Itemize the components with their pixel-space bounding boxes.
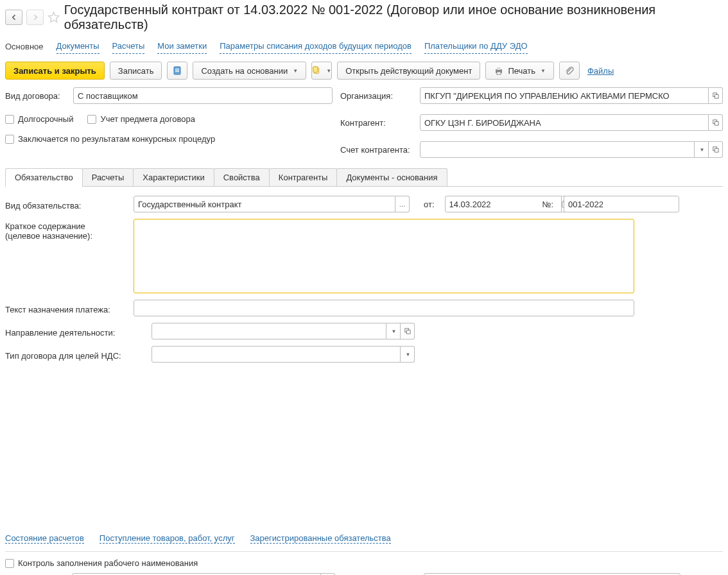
svg-rect-1 xyxy=(175,69,179,69)
chevron-down-icon: ▼ xyxy=(392,329,397,334)
chevron-down-icon: ▼ xyxy=(293,68,298,74)
direction-input[interactable] xyxy=(152,323,386,339)
contract-type-label: Вид договора: xyxy=(5,91,69,101)
direction-open-button[interactable] xyxy=(401,323,415,339)
summary-label-1: Краткое содержание xyxy=(5,221,127,231)
direction-dropdown-button[interactable]: ▼ xyxy=(386,323,401,339)
counter-open-button[interactable] xyxy=(709,114,723,131)
counter-label: Контрагент: xyxy=(340,118,416,128)
svg-rect-2 xyxy=(175,70,179,71)
num-label: №: xyxy=(542,200,554,209)
print-button[interactable]: Печать ▼ xyxy=(485,62,554,80)
open-current-doc-button[interactable]: Открыть действующий документ xyxy=(337,62,480,80)
link-goods-receipt[interactable]: Поступление товаров, работ, услуг xyxy=(100,533,235,544)
chevron-down-icon: ▼ xyxy=(326,68,331,74)
svg-rect-8 xyxy=(497,72,501,74)
chevron-down-icon: ▼ xyxy=(700,147,705,153)
open-icon xyxy=(404,328,411,334)
subject-checkbox[interactable] xyxy=(87,115,96,124)
open-icon xyxy=(713,119,719,126)
longterm-label[interactable]: Долгосрочный xyxy=(18,114,73,124)
svg-rect-3 xyxy=(175,71,179,72)
open-icon xyxy=(713,146,719,153)
open-icon xyxy=(713,92,719,99)
tab-obligation[interactable]: Обязательство xyxy=(5,168,83,187)
account-input[interactable] xyxy=(420,141,695,158)
print-label: Печать xyxy=(508,66,535,76)
chevron-down-icon: ▼ xyxy=(541,68,546,74)
save-button[interactable]: Записать xyxy=(110,62,162,80)
org-input[interactable] xyxy=(420,87,709,104)
account-label: Счет контрагента: xyxy=(340,145,416,155)
org-label: Организация: xyxy=(340,91,416,101)
paperclip-icon xyxy=(564,65,575,76)
arrow-left-icon xyxy=(10,13,18,21)
tab-counterparties[interactable]: Контрагенты xyxy=(269,168,338,186)
page-title: Государственный контракт от 14.03.2022 №… xyxy=(64,3,723,32)
account-open-button[interactable] xyxy=(709,141,723,158)
attach-button[interactable]: ▼ xyxy=(311,62,332,80)
tender-checkbox[interactable] xyxy=(5,135,14,144)
payment-label: Текст назначения платежа: xyxy=(5,302,127,314)
vat-label: Тип договора для целей НДС: xyxy=(5,348,145,361)
obl-type-input[interactable] xyxy=(134,196,395,212)
doc-copy-icon xyxy=(312,65,321,76)
create-based-label: Создать на основании xyxy=(201,66,288,76)
svg-rect-5 xyxy=(313,67,318,73)
summary-label-2: (целевое назначение): xyxy=(5,231,127,241)
arrow-right-icon xyxy=(31,13,39,21)
svg-rect-7 xyxy=(497,67,501,70)
control-checkbox[interactable] xyxy=(5,559,14,568)
link-calc-state[interactable]: Состояние расчетов xyxy=(5,533,84,544)
attachment-button[interactable] xyxy=(559,62,580,80)
counter-input[interactable] xyxy=(420,114,709,131)
nav-params[interactable]: Параметры списания доходов будущих перио… xyxy=(220,39,412,54)
vat-input[interactable] xyxy=(152,346,401,363)
tab-basis-docs[interactable]: Документы - основания xyxy=(336,168,447,186)
create-based-on-button[interactable]: Создать на основании ▼ xyxy=(193,62,306,80)
nav-calculations[interactable]: Расчеты xyxy=(112,39,145,54)
link-registered-obl[interactable]: Зарегистрированные обязательства xyxy=(250,533,391,544)
favorite-star-icon[interactable] xyxy=(48,11,60,24)
report-button[interactable] xyxy=(167,62,187,80)
printer-icon xyxy=(494,65,504,76)
direction-label: Направление деятельности: xyxy=(5,325,145,338)
back-button[interactable] xyxy=(5,10,22,25)
contract-type-input[interactable] xyxy=(73,87,333,104)
from-label: от: xyxy=(424,200,435,209)
tab-chars[interactable]: Характеристики xyxy=(133,168,214,186)
forward-button[interactable] xyxy=(26,10,44,25)
nav-documents[interactable]: Документы xyxy=(56,39,100,54)
chevron-down-icon: ▼ xyxy=(406,352,411,357)
document-icon xyxy=(172,65,182,76)
summary-textarea[interactable] xyxy=(134,219,634,293)
subject-label[interactable]: Учет предмета договора xyxy=(100,114,195,124)
nav-main[interactable]: Основное xyxy=(5,39,44,54)
files-link[interactable]: Файлы xyxy=(587,66,614,76)
payment-input[interactable] xyxy=(134,300,634,316)
vat-dropdown-button[interactable]: ▼ xyxy=(401,346,415,363)
control-label[interactable]: Контроль заполнения рабочего наименовани… xyxy=(18,558,198,568)
nav-payers[interactable]: Плательщики по ДДУ ЭДО xyxy=(424,39,528,54)
obl-type-label: Вид обязательства: xyxy=(5,198,127,210)
nav-notes[interactable]: Мои заметки xyxy=(157,39,207,54)
save-and-close-button[interactable]: Записать и закрыть xyxy=(5,62,105,80)
longterm-checkbox[interactable] xyxy=(5,115,14,124)
account-dropdown-button[interactable]: ▼ xyxy=(695,141,709,158)
tab-props[interactable]: Свойства xyxy=(214,168,270,186)
num-input[interactable] xyxy=(564,196,679,212)
tab-calc[interactable]: Расчеты xyxy=(82,168,134,186)
org-open-button[interactable] xyxy=(709,87,723,104)
obl-type-more-button[interactable]: … xyxy=(395,196,410,212)
tender-label[interactable]: Заключается по результатам конкурсных пр… xyxy=(18,134,215,144)
